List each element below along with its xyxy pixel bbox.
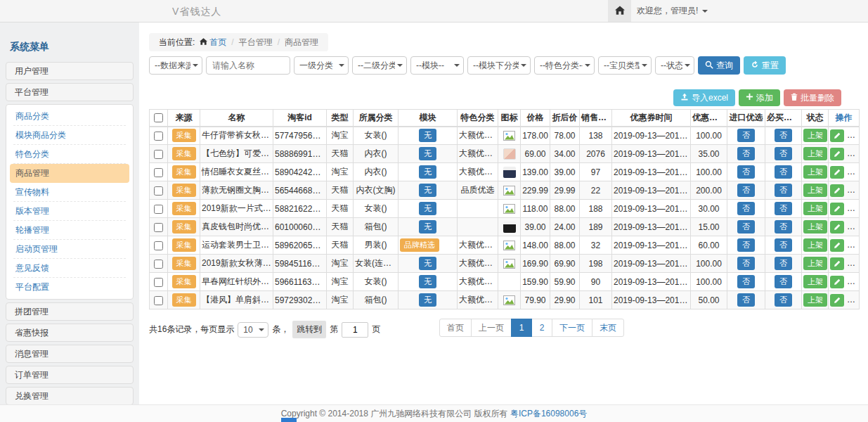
row-checkbox[interactable] <box>154 296 163 305</box>
status-button[interactable]: 上架 <box>803 238 827 252</box>
edit-button[interactable] <box>830 257 844 270</box>
import-select-button[interactable]: 否 <box>737 275 755 288</box>
breadcrumb-link-home[interactable]: 首页 <box>209 37 226 49</box>
sidebar-item[interactable]: 启动页管理 <box>13 240 126 259</box>
module-badge[interactable]: 无 <box>419 129 436 142</box>
edit-button[interactable] <box>830 166 844 179</box>
module-badge[interactable]: 无 <box>419 184 436 197</box>
module-subcategory-select[interactable]: --模块下分类-- <box>467 56 531 75</box>
import-select-button[interactable]: 否 <box>737 202 755 215</box>
sidebar-section[interactable]: 兑换管理 <box>6 387 134 405</box>
page-button[interactable]: 上一页 <box>471 319 512 337</box>
must-buy-button[interactable]: 否 <box>775 293 792 307</box>
jump-button[interactable]: 跳转到 <box>292 321 326 338</box>
must-buy-button[interactable]: 否 <box>775 202 792 215</box>
page-size-select[interactable]: 10 <box>238 322 268 338</box>
page-button[interactable]: 2 <box>531 319 552 337</box>
status-button[interactable]: 上架 <box>803 165 827 179</box>
level1-category-select[interactable]: 一级分类 <box>294 56 349 75</box>
status-button[interactable]: 上架 <box>803 275 827 288</box>
edit-button[interactable] <box>830 276 844 288</box>
status-button[interactable]: 上架 <box>803 293 827 307</box>
edit-button[interactable] <box>830 148 844 160</box>
level2-category-select[interactable]: --二级分类-- <box>352 56 407 75</box>
module-badge[interactable]: 无 <box>419 275 436 288</box>
data-source-select[interactable]: --数据来源-- <box>149 56 202 75</box>
home-button[interactable] <box>608 0 631 22</box>
import-select-button[interactable]: 否 <box>737 293 755 307</box>
page-button[interactable]: 末页 <box>592 319 624 337</box>
must-buy-button[interactable]: 否 <box>775 147 792 160</box>
import-select-button[interactable]: 否 <box>737 257 755 270</box>
row-checkbox[interactable] <box>154 186 163 196</box>
name-search-input[interactable] <box>206 56 290 75</box>
module-badge[interactable]: 无 <box>419 257 436 270</box>
page-button[interactable]: 首页 <box>439 319 472 337</box>
page-button[interactable]: 下一页 <box>552 319 592 337</box>
row-checkbox[interactable] <box>154 241 163 250</box>
import-excel-button[interactable]: 导入excel <box>673 89 735 106</box>
row-checkbox[interactable] <box>154 260 163 269</box>
status-select[interactable]: --状态-- <box>655 56 694 75</box>
module-badge[interactable]: 品牌精选 <box>400 238 439 252</box>
must-buy-button[interactable]: 否 <box>775 165 792 179</box>
row-checkbox[interactable] <box>154 205 163 214</box>
edit-button[interactable] <box>830 184 844 197</box>
must-buy-button[interactable]: 否 <box>775 184 792 197</box>
status-button[interactable]: 上架 <box>803 257 827 270</box>
import-select-button[interactable]: 否 <box>737 165 755 179</box>
must-buy-button[interactable]: 否 <box>775 220 792 234</box>
import-select-button[interactable]: 否 <box>737 129 755 142</box>
row-checkbox[interactable] <box>154 278 163 287</box>
search-button[interactable]: 查询 <box>698 56 740 75</box>
must-buy-button[interactable]: 否 <box>775 257 792 270</box>
edit-button[interactable] <box>830 221 844 234</box>
sidebar-section[interactable]: 用户管理 <box>6 62 134 80</box>
sidebar-item[interactable]: 商品管理 <box>10 164 129 183</box>
edit-button[interactable] <box>830 294 844 307</box>
sidebar-section[interactable]: 拼团管理 <box>6 302 134 321</box>
sidebar-section[interactable]: 消息管理 <box>6 345 134 363</box>
page-number-input[interactable] <box>342 322 368 338</box>
status-button[interactable]: 上架 <box>803 147 827 160</box>
feature-category-select[interactable]: --特色分类-- <box>534 56 595 75</box>
row-checkbox[interactable] <box>154 223 163 232</box>
import-select-button[interactable]: 否 <box>737 147 755 160</box>
module-badge[interactable]: 无 <box>419 147 436 160</box>
sidebar-item[interactable]: 特色分类 <box>13 145 126 164</box>
page-button[interactable]: 1 <box>511 319 532 337</box>
sidebar-item[interactable]: 平台配置 <box>13 278 126 297</box>
must-buy-button[interactable]: 否 <box>775 275 792 288</box>
status-button[interactable]: 上架 <box>803 184 827 197</box>
sidebar-section[interactable]: 平台管理 <box>6 83 134 101</box>
sidebar-item[interactable]: 轮播管理 <box>13 221 126 240</box>
import-select-button[interactable]: 否 <box>737 220 755 234</box>
row-checkbox[interactable] <box>154 132 163 141</box>
import-select-button[interactable]: 否 <box>737 184 755 197</box>
module-badge[interactable]: 无 <box>419 293 436 307</box>
module-select[interactable]: --模块-- <box>410 56 464 75</box>
status-button[interactable]: 上架 <box>803 220 827 234</box>
batch-delete-button[interactable]: 批量删除 <box>784 89 841 106</box>
sidebar-item[interactable]: 商品分类 <box>13 107 126 126</box>
edit-button[interactable] <box>830 203 844 215</box>
module-badge[interactable]: 无 <box>419 165 436 179</box>
sidebar-item[interactable]: 意见反馈 <box>13 259 126 278</box>
sidebar-item[interactable]: 模块商品分类 <box>13 126 126 145</box>
edit-button[interactable] <box>830 129 844 142</box>
edit-button[interactable] <box>830 239 844 252</box>
sidebar-item[interactable]: 版本管理 <box>13 202 126 221</box>
status-button[interactable]: 上架 <box>803 129 827 142</box>
must-buy-button[interactable]: 否 <box>775 238 792 252</box>
select-all-checkbox[interactable] <box>154 113 163 122</box>
import-select-button[interactable]: 否 <box>737 238 755 252</box>
must-buy-button[interactable]: 否 <box>775 129 792 142</box>
row-checkbox[interactable] <box>154 150 163 159</box>
module-badge[interactable]: 无 <box>419 202 436 215</box>
sidebar-item[interactable]: 宣传物料 <box>13 183 126 202</box>
row-checkbox[interactable] <box>154 168 163 177</box>
sidebar-section[interactable]: 订单管理 <box>6 366 134 384</box>
user-menu[interactable]: 欢迎您，管理员! <box>637 0 708 22</box>
add-button[interactable]: 添加 <box>739 89 780 106</box>
status-button[interactable]: 上架 <box>803 202 827 215</box>
